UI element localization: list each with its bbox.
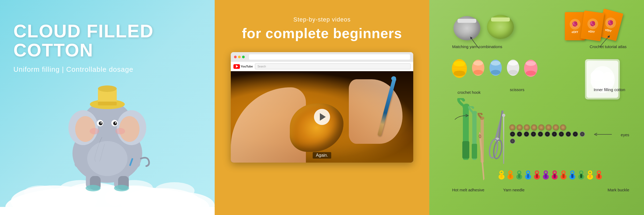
svg-point-38 xyxy=(87,141,127,176)
hero-text: for complete beginners xyxy=(242,25,402,41)
svg-rect-7 xyxy=(0,207,215,215)
label-yarn-needle: Yarn needle xyxy=(503,188,525,192)
label-crochet-hook: crochet hook xyxy=(458,90,481,95)
svg-point-55 xyxy=(508,70,518,75)
label-eyes: eyes xyxy=(621,132,629,137)
disc-1 xyxy=(509,124,515,130)
marker-5 xyxy=(533,169,541,180)
disc-8 xyxy=(560,124,566,130)
step-label: Step-by-step videos xyxy=(293,16,350,23)
eye-10 xyxy=(573,131,578,137)
svg-rect-89 xyxy=(554,174,556,178)
svg-point-37 xyxy=(115,128,125,134)
svg-rect-81 xyxy=(518,174,520,178)
svg-rect-87 xyxy=(545,174,547,178)
stuffing-cotton xyxy=(587,61,618,98)
eye-4 xyxy=(531,131,536,137)
svg-point-54 xyxy=(508,61,518,66)
disc-7 xyxy=(553,124,559,130)
book-icon-1: 🧶 xyxy=(570,19,580,30)
panel-left: CLOUD FILLED COTTON Uniform filling | Co… xyxy=(0,0,215,215)
svg-point-58 xyxy=(526,71,536,76)
marker-12 xyxy=(595,169,603,180)
svg-rect-77 xyxy=(500,174,503,178)
browser-dots xyxy=(234,56,245,58)
youtube-search-placeholder: Search xyxy=(257,65,266,68)
marker-2 xyxy=(507,169,514,180)
main-title: CLOUD FILLED COTTON xyxy=(13,22,154,60)
needle xyxy=(503,116,504,164)
marker-3 xyxy=(515,169,523,180)
skein-light-blue xyxy=(488,58,503,78)
eye-1 xyxy=(510,131,515,137)
eye-2 xyxy=(517,131,522,137)
play-icon xyxy=(320,113,326,121)
subtitle-text: Uniform filling | Controllable dosage xyxy=(13,65,154,74)
arrow-crochet-hook xyxy=(452,110,474,121)
needle-top xyxy=(502,114,505,117)
svg-point-51 xyxy=(491,61,500,66)
marker-7 xyxy=(551,169,558,180)
svg-rect-99 xyxy=(598,174,600,178)
svg-point-26 xyxy=(101,122,102,124)
svg-point-52 xyxy=(491,70,500,75)
svg-rect-95 xyxy=(580,174,582,178)
youtube-search-bar: Search xyxy=(255,63,411,69)
browser-mockup: YouTube Search Again. xyxy=(231,52,413,163)
safety-eyes-row xyxy=(510,131,585,144)
svg-rect-85 xyxy=(536,174,538,178)
disc-5 xyxy=(538,124,544,130)
book-text-1: eDIY xyxy=(572,30,578,34)
hand-right xyxy=(349,79,402,144)
marker-11 xyxy=(586,169,594,180)
marker-1 xyxy=(498,169,505,180)
book-text-2: eDIY xyxy=(588,30,595,34)
disc-2 xyxy=(517,124,522,130)
eye-7 xyxy=(552,131,557,137)
label-inner-filling: Inner filling cotton xyxy=(594,87,625,92)
svg-point-25 xyxy=(113,121,117,125)
dot-minimize xyxy=(238,56,241,58)
svg-rect-97 xyxy=(589,174,591,178)
eye-9 xyxy=(566,131,571,137)
video-player[interactable]: Again. xyxy=(231,71,413,163)
svg-rect-91 xyxy=(562,174,565,178)
svg-rect-79 xyxy=(509,174,511,178)
marker-9 xyxy=(569,169,576,180)
svg-point-57 xyxy=(526,61,536,66)
marker-4 xyxy=(524,169,532,180)
skein-pink xyxy=(523,58,539,79)
browser-bar xyxy=(231,52,413,62)
svg-point-20 xyxy=(98,85,117,92)
supplies-layout: 🧶 eDIY 🧶 eDIY 🧶 eDIY Matching yarn combi… xyxy=(437,8,636,207)
marker-6 xyxy=(542,169,550,180)
marker-10 xyxy=(577,169,585,180)
svg-point-39 xyxy=(86,185,101,191)
eye-6 xyxy=(545,131,550,137)
stuffing-bag xyxy=(585,59,620,99)
svg-rect-93 xyxy=(571,174,573,178)
dot-maximize xyxy=(242,56,245,58)
book-icon-3: 🧶 xyxy=(604,16,617,30)
disc-3 xyxy=(524,124,530,130)
svg-point-36 xyxy=(90,128,99,134)
play-button[interactable] xyxy=(314,109,330,125)
diy-book-2: 🧶 eDIY xyxy=(580,10,604,41)
svg-point-49 xyxy=(473,70,483,75)
eye-11 xyxy=(580,131,585,137)
eye-3 xyxy=(524,131,529,137)
marker-8 xyxy=(560,169,567,180)
svg-rect-21 xyxy=(98,102,117,105)
svg-point-24 xyxy=(99,121,103,125)
arrow-yarn-combo xyxy=(452,34,506,50)
elephant-illustration xyxy=(51,81,164,194)
eye-5 xyxy=(538,131,543,137)
arrow-eyes xyxy=(588,130,614,138)
disc-4 xyxy=(531,124,537,130)
svg-point-64 xyxy=(605,79,614,87)
youtube-logo: YouTube xyxy=(233,64,253,69)
skein-peach xyxy=(471,58,486,78)
eye-12 xyxy=(510,138,515,144)
browser-address-bar xyxy=(249,54,410,60)
label-scissors: scissors xyxy=(510,87,524,92)
